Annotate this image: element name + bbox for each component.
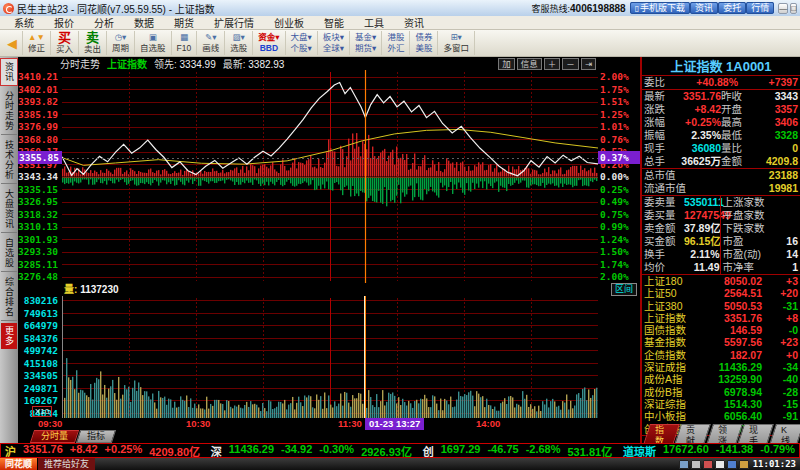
index-row-基金指数[interactable]: 基金指数5597.56+23 [642,336,800,348]
chart-header: 分时走势 上证指数 领先: 3334.99 最新: 3382.93 加信息＋－⇥ [18,57,640,70]
index-change: -28 [762,386,798,398]
printer-icon[interactable] [679,460,689,469]
volume-label: 量: [64,284,77,295]
mail-icon[interactable] [727,460,737,469]
index-name: 成份A指 [644,373,702,385]
correct-button[interactable]: ▲▼修正 [23,31,51,55]
bond-us-button[interactable]: 债券美股 [410,31,438,55]
recommend-button[interactable]: 推荐给好友 [37,458,95,470]
buy-button[interactable]: 买买入 [51,31,79,55]
back-button-icon: ◀ [7,37,17,50]
index-row-上证指数[interactable]: 上证指数3351.76+8 [642,312,800,324]
sidebar-item-技术分析[interactable]: 技术分析 [1,137,17,184]
chart-header-button-－[interactable]: － [562,58,579,70]
watchlist-button[interactable]: ▣自选股 [135,31,172,55]
sidebar-item-资讯[interactable]: 资讯 [0,58,18,86]
index-change: +8 [762,312,798,324]
menu-item-分析[interactable]: 分析 [84,15,124,30]
sell-button[interactable]: 卖卖出 [79,31,107,55]
calendar-icon[interactable] [703,460,713,469]
index-row-中小板指[interactable]: 中小板指6056.40-91 [642,410,800,422]
titlebar-button-委托[interactable]: 委托 [718,2,746,14]
ticker-change: -46.75 [487,443,518,458]
chart-header-button-＋[interactable]: ＋ [544,58,561,70]
minimize-button[interactable]: — [778,3,788,14]
detail-label: 市净率 [723,261,785,274]
price-tick: 3326.95 [18,196,58,207]
price-chart-canvas[interactable] [62,70,598,283]
quote-panel-title: 上证指数 1A0001 [642,57,800,76]
chart-header-button-加[interactable]: 加 [498,58,515,70]
titlebar-button-资讯[interactable]: 资讯 [690,2,718,14]
f10-button[interactable]: ▦F10 [172,31,198,55]
detail-label: 买金额 [644,235,684,248]
quote-row: 现手36080量比0 [642,142,800,155]
index-row-国债指数[interactable]: 国债指数146.59-0 [642,324,800,336]
sector-global-button[interactable]: 板块▾全球▾ [318,31,350,55]
panel-tab-现手[interactable]: 现手 [736,424,774,443]
volume-chart-canvas[interactable] [62,296,598,418]
drawline-button[interactable]: ✎▾画线 [197,31,225,55]
menu-item-数据[interactable]: 数据 [124,15,164,30]
index-change: +23 [762,336,798,348]
index-row-企债指数[interactable]: 企债指数182.07+0 [642,349,800,361]
panel-tab-贡献[interactable]: 贡献 [674,424,712,443]
chart-tab-分时量[interactable]: 分时量 [30,430,79,443]
period-button[interactable]: ◷▾周期 [107,31,135,55]
menu-item-工具[interactable]: 工具 [354,15,394,30]
index-row-深证综指[interactable]: 深证综指1514.30-15 [642,398,800,410]
index-row-成份B指[interactable]: 成份B指6978.94-28 [642,386,800,398]
menu-item-期货[interactable]: 期货 [164,15,204,30]
back-button[interactable]: ◀ [2,31,23,55]
titlebar-buttons: ▯手机版下载资讯委托行情 [630,2,774,14]
detail-value [784,196,798,209]
price-tick: 3393.82 [18,96,58,107]
chart-header-button-⇥[interactable]: ⇥ [581,58,596,70]
market-stock-button[interactable]: 大盘▾个股▾ [286,31,318,55]
menu-item-扩展行情[interactable]: 扩展行情 [204,15,264,30]
chart-tab-指标[interactable]: 指标 [76,430,116,443]
chat-icon[interactable] [715,460,725,469]
sidebar-item-大盘资讯[interactable]: 大盘资讯 [1,186,17,233]
quote-value: 3357 [751,103,798,116]
sidebar-item-综合排名[interactable]: 综合排名 [1,274,17,321]
menu-item-系统[interactable]: 系统 [4,15,44,30]
percent-tick: 2.00% [600,71,629,82]
index-row-上证180[interactable]: 上证1808050.02+3 [642,275,800,287]
index-row-深证成指[interactable]: 深证成指11436.29-34 [642,361,800,373]
ticker-沪: 沪3351.76+8.42+0.25%4209.80亿 [5,443,200,458]
index-change: -91 [762,410,798,422]
index-value: 3351.76 [702,312,762,324]
menu-item-创业板[interactable]: 创业板 [264,15,314,30]
range-button[interactable]: 区间 [611,283,637,296]
time-axis: 09:3010:3011:3001-23 13:2714:00 [18,418,640,430]
menu-item-报价[interactable]: 报价 [44,15,84,30]
index-name: 成份B指 [644,386,702,398]
menu-item-智能[interactable]: 智能 [314,15,354,30]
ths-logo-button[interactable]: 同花顺 [0,458,37,470]
index-row-上证50[interactable]: 上证502564.51+20 [642,287,800,299]
restore-button[interactable]: □ [790,3,797,14]
funds-bbd-button[interactable]: 资金▾BBD [253,31,285,55]
index-row-成份A指[interactable]: 成份A指13259.90-40 [642,373,800,385]
titlebar-button-手机版下载[interactable]: ▯手机版下载 [630,2,690,14]
titlebar-button-行情[interactable]: 行情 [746,2,774,14]
quote-value: 36080 [674,142,721,155]
stock-picker-button[interactable]: ▨▾选股 [225,31,253,55]
f10-button-label: F10 [177,43,192,54]
sidebar-item-分时走势[interactable]: 分时走势 [1,88,17,135]
fund-futures-button[interactable]: 基金▾期货▾ [350,31,382,55]
ticker-value: 1697.29 [441,443,481,458]
menu-item-资讯[interactable]: 资讯 [394,15,434,30]
phone-icon[interactable] [691,460,701,469]
index-row-上证380[interactable]: 上证3805050.53-31 [642,300,800,312]
search-icon[interactable] [739,460,749,469]
chart-header-button-信息[interactable]: 信息 [517,58,542,70]
multiwindow-button[interactable]: ⊞▾多窗口 [438,31,475,55]
sidebar-item-自选股[interactable]: 自选股 [1,235,17,272]
detail-value: 37.89亿 [684,222,720,235]
detail-value: 11.49 [684,261,720,274]
hk-forex-button[interactable]: 港股外汇 [382,31,410,55]
index-value: 2564.51 [702,287,762,299]
sidebar-item-更多[interactable]: 更多 [1,323,17,349]
